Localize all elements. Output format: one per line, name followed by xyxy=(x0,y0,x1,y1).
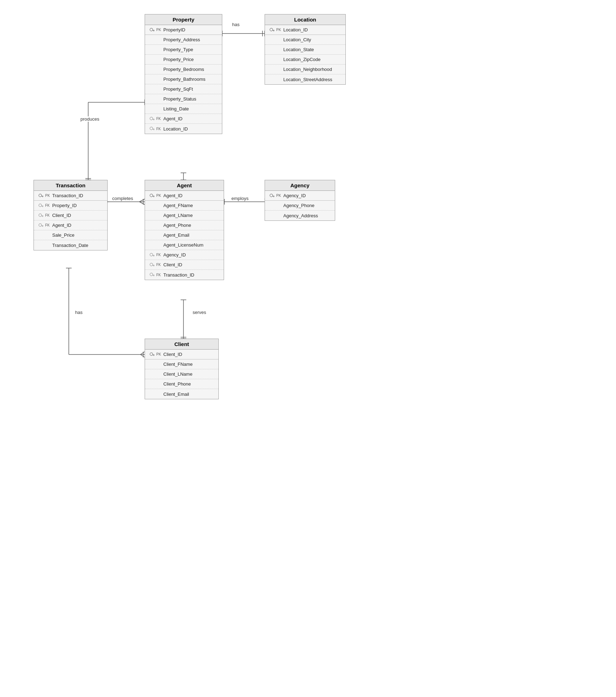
relation-has-client: has xyxy=(75,310,83,315)
svg-line-15 xyxy=(139,199,145,202)
svg-rect-40 xyxy=(153,120,154,120)
entity-agent: Agent PK Agent_ID Agent_FName Agent_LNam… xyxy=(145,180,224,280)
svg-rect-39 xyxy=(152,119,155,120)
diagram-connectors xyxy=(0,0,616,697)
svg-point-74 xyxy=(150,353,153,356)
entity-location: Location PK Location_ID Location_City Lo… xyxy=(265,14,346,85)
client-title: Client xyxy=(145,339,218,350)
svg-rect-75 xyxy=(152,354,155,355)
svg-rect-52 xyxy=(42,206,43,207)
property-row-agentid: FK Agent_ID xyxy=(145,114,222,124)
client-body: PK Client_ID Client_FName Client_LName C… xyxy=(145,350,218,399)
property-title: Property xyxy=(145,14,222,25)
svg-rect-66 xyxy=(152,265,155,266)
svg-point-44 xyxy=(270,28,273,31)
svg-point-53 xyxy=(39,214,42,217)
svg-rect-51 xyxy=(41,206,43,206)
svg-rect-70 xyxy=(153,275,154,276)
svg-rect-64 xyxy=(153,256,154,256)
svg-rect-63 xyxy=(152,255,155,256)
relation-serves: serves xyxy=(193,310,206,315)
property-body: PK PropertyID Property_Address Property_… xyxy=(145,25,222,134)
entity-agency: Agency PK Agency_ID Agency_Phone Agency_… xyxy=(265,180,335,221)
relation-completes: completes xyxy=(112,196,133,201)
svg-point-50 xyxy=(39,204,42,207)
svg-line-16 xyxy=(139,202,145,205)
svg-rect-72 xyxy=(272,196,274,196)
property-row-sqft: Property_SqFt xyxy=(145,84,222,94)
svg-point-62 xyxy=(150,253,153,256)
entity-property: Property PK PropertyID Property_Address … xyxy=(145,14,222,134)
svg-point-71 xyxy=(270,194,273,197)
property-row-listingdate: Listing_Date xyxy=(145,104,222,114)
svg-rect-60 xyxy=(152,196,155,196)
svg-rect-67 xyxy=(153,266,154,266)
property-row-type: Property_Type xyxy=(145,45,222,55)
fk-icon xyxy=(149,126,156,132)
location-title: Location xyxy=(265,14,345,25)
svg-line-33 xyxy=(140,354,145,357)
svg-rect-48 xyxy=(41,196,43,196)
fk-icon xyxy=(149,116,156,122)
svg-point-56 xyxy=(39,224,42,226)
svg-rect-42 xyxy=(152,129,155,129)
svg-point-47 xyxy=(39,194,42,197)
svg-point-35 xyxy=(150,28,153,31)
agency-body: PK Agency_ID Agency_Phone Agency_Address xyxy=(265,191,335,220)
svg-rect-46 xyxy=(273,31,274,31)
property-row-locationid: FK Location_ID xyxy=(145,124,222,134)
svg-point-65 xyxy=(150,263,153,266)
location-body: PK Location_ID Location_City Location_St… xyxy=(265,25,345,84)
agency-title: Agency xyxy=(265,180,335,191)
transaction-body: PK Transaction_ID FK Property_ID FK Clie… xyxy=(34,191,107,250)
property-row-bedrooms: Property_Bedrooms xyxy=(145,65,222,74)
relation-employs: employs xyxy=(231,196,248,201)
svg-rect-37 xyxy=(153,31,154,31)
entity-transaction: Transaction PK Transaction_ID FK Propert… xyxy=(34,180,108,250)
svg-rect-69 xyxy=(152,275,155,275)
location-row-locationid: PK Location_ID xyxy=(265,25,345,35)
property-row-bathrooms: Property_Bathrooms xyxy=(145,74,222,84)
entity-client: Client PK Client_ID Client_FName Client_… xyxy=(145,339,219,399)
agent-title: Agent xyxy=(145,180,224,191)
svg-rect-61 xyxy=(153,196,154,197)
pk-icon xyxy=(149,27,156,33)
agent-body: PK Agent_ID Agent_FName Agent_LName Agen… xyxy=(145,191,224,280)
property-row-price: Property_Price xyxy=(145,55,222,65)
svg-point-59 xyxy=(150,194,153,197)
svg-rect-36 xyxy=(152,30,155,31)
svg-rect-49 xyxy=(42,196,43,197)
svg-point-68 xyxy=(150,273,153,276)
relation-has-location: has xyxy=(232,22,240,27)
svg-rect-55 xyxy=(42,216,43,217)
svg-point-41 xyxy=(150,127,153,130)
pk-label: PK xyxy=(156,28,162,32)
property-row-address: Property_Address xyxy=(145,35,222,45)
svg-rect-58 xyxy=(42,226,43,227)
svg-rect-57 xyxy=(41,225,43,226)
svg-rect-43 xyxy=(153,129,154,130)
property-row-propertyid: PK PropertyID xyxy=(145,25,222,35)
svg-rect-76 xyxy=(153,355,154,356)
property-row-status: Property_Status xyxy=(145,94,222,104)
svg-line-32 xyxy=(140,352,145,354)
svg-rect-45 xyxy=(272,30,274,31)
relation-produces: produces xyxy=(80,116,99,122)
property-field-propertyid: PropertyID xyxy=(163,27,185,32)
svg-rect-54 xyxy=(41,216,43,216)
transaction-title: Transaction xyxy=(34,180,107,191)
svg-point-38 xyxy=(150,117,153,120)
svg-rect-73 xyxy=(273,196,274,197)
